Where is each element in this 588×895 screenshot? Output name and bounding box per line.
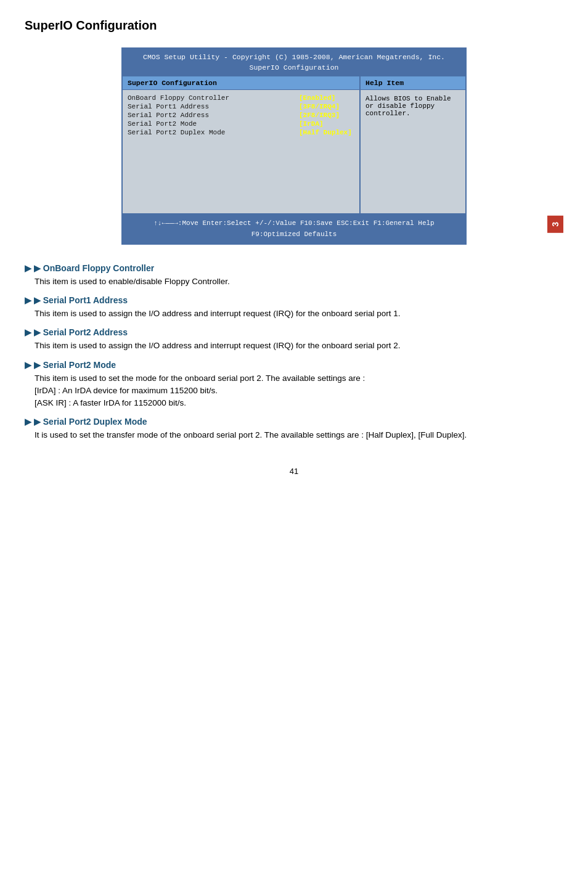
- doc-item-title: ▶ Serial Port1 Address: [25, 295, 563, 305]
- bios-header: CMOS Setup Utility - Copyright (C) 1985-…: [123, 49, 465, 75]
- page-number: 41: [25, 467, 563, 476]
- chapter-tab-label: 3: [550, 222, 560, 227]
- doc-item-title: ▶ Serial Port2 Duplex Mode: [25, 417, 563, 427]
- bios-setting-value: [Half Duplex]: [299, 129, 354, 136]
- bios-setting-row: Serial Port2 Mode[IrDA]: [123, 120, 359, 128]
- doc-item-body: It is used to set the transfer mode of t…: [25, 429, 563, 441]
- doc-item: ▶ Serial Port2 ModeThis item is used to …: [25, 360, 563, 410]
- bios-header-line1: CMOS Setup Utility - Copyright (C) 1985-…: [125, 52, 463, 62]
- bios-header-line2: SuperIO Configuration: [125, 62, 463, 73]
- bios-right-header: Help Item: [361, 76, 465, 90]
- doc-item-body: This item is used to enable/disable Flop…: [25, 276, 563, 288]
- bios-footer-line2: F9:Optimized Defaults: [125, 229, 463, 240]
- documentation-section: ▶ OnBoard Floppy ControllerThis item is …: [25, 263, 563, 442]
- doc-item: ▶ Serial Port2 Duplex ModeIt is used to …: [25, 417, 563, 441]
- doc-item-body: This item is used to assign the I/O addr…: [25, 308, 563, 320]
- doc-item: ▶ OnBoard Floppy ControllerThis item is …: [25, 263, 563, 288]
- bios-setting-value: [2F8/IRQ3]: [299, 112, 354, 119]
- bios-setting-label: Serial Port2 Duplex Mode: [128, 129, 299, 136]
- doc-item-body: This item is used to assign the I/O addr…: [25, 340, 563, 352]
- bios-setting-label: Serial Port2 Address: [128, 112, 299, 119]
- bios-setting-row: OnBoard Floppy Controller[Enabled]: [123, 94, 359, 102]
- bios-setting-label: OnBoard Floppy Controller: [128, 94, 299, 102]
- bios-settings: OnBoard Floppy Controller[Enabled]Serial…: [123, 90, 359, 213]
- bios-setting-row: Serial Port2 Duplex Mode[Half Duplex]: [123, 128, 359, 137]
- bios-setting-label: Serial Port1 Address: [128, 103, 299, 110]
- doc-item-body: This item is used to set the mode for th…: [25, 372, 563, 410]
- chapter-tab: 3: [547, 216, 563, 233]
- bios-setting-value: [IrDA]: [299, 120, 354, 128]
- bios-left-header: SuperIO Configuration: [123, 76, 359, 90]
- bios-setting-label: Serial Port2 Mode: [128, 120, 299, 128]
- bios-setting-value: [Enabled]: [299, 94, 354, 102]
- doc-item: ▶ Serial Port2 AddressThis item is used …: [25, 327, 563, 352]
- doc-item: ▶ Serial Port1 AddressThis item is used …: [25, 295, 563, 320]
- bios-screenshot: CMOS Setup Utility - Copyright (C) 1985-…: [121, 47, 467, 245]
- doc-item-title: ▶ Serial Port2 Mode: [25, 360, 563, 370]
- doc-item-title: ▶ OnBoard Floppy Controller: [25, 263, 563, 273]
- page-title: SuperIO Configuration: [25, 18, 563, 33]
- bios-footer: ↑↓←——→:Move Enter:Select +/-/:Value F10:…: [123, 213, 465, 243]
- bios-setting-row: Serial Port1 Address[3F8/IRQ4]: [123, 102, 359, 111]
- bios-footer-line1: ↑↓←——→:Move Enter:Select +/-/:Value F10:…: [125, 218, 463, 229]
- bios-setting-value: [3F8/IRQ4]: [299, 103, 354, 110]
- bios-setting-row: Serial Port2 Address[2F8/IRQ3]: [123, 111, 359, 120]
- bios-help-text: Allows BIOS to Enable or disable floppy …: [361, 90, 465, 213]
- doc-item-title: ▶ Serial Port2 Address: [25, 327, 563, 337]
